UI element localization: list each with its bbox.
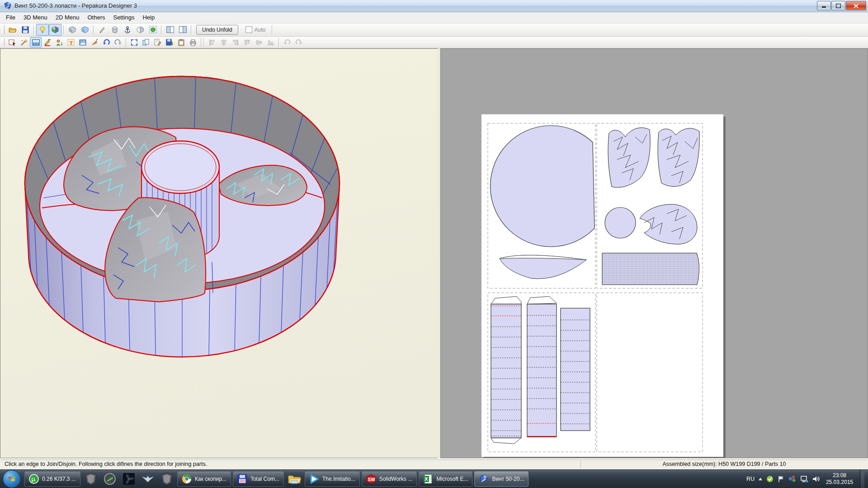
pattern-canvas[interactable] — [481, 114, 723, 457]
text-icon[interactable]: T — [65, 37, 77, 47]
page-edit-icon[interactable] — [152, 37, 164, 47]
rotate-ccw-icon[interactable] — [281, 37, 293, 47]
minimize-button[interactable] — [817, 1, 831, 10]
measure-icon[interactable] — [30, 37, 42, 47]
taskbar-button-solidworks[interactable]: SW SolidWorks ... — [362, 471, 417, 487]
print-icon[interactable] — [187, 37, 199, 47]
piece-ring-strip-2[interactable] — [527, 296, 557, 437]
antivirus-tray-icon[interactable] — [766, 475, 774, 483]
piece-blade-1[interactable] — [608, 128, 650, 188]
3d-model-canvas[interactable] — [0, 49, 438, 458]
pane-both-icon[interactable] — [164, 24, 176, 36]
start-button[interactable] — [3, 470, 21, 488]
taskbar-button-total-commander[interactable]: Total Com... — [233, 471, 284, 487]
pepakura-label: Винт 50-20... — [492, 476, 524, 482]
taskbar-button-player[interactable]: The.Imitatio... — [305, 471, 360, 487]
anchor-icon[interactable] — [121, 24, 134, 36]
piece-duct-floor-disc[interactable] — [491, 126, 594, 247]
wot-shield-icon[interactable] — [82, 471, 100, 487]
light-toggle-icon[interactable] — [36, 24, 49, 36]
select-cube-icon[interactable] — [146, 24, 159, 36]
bluetooth-devices-icon[interactable] — [788, 475, 796, 483]
align-top-icon[interactable] — [241, 37, 253, 47]
auto-checkbox[interactable] — [245, 26, 252, 33]
excel-icon: X — [423, 474, 433, 484]
taskbar-button-chrome[interactable]: Как скопир... — [177, 471, 231, 487]
piece-crescent[interactable] — [500, 255, 586, 279]
volume-icon[interactable] — [812, 475, 820, 483]
pages-icon[interactable] — [140, 37, 152, 47]
media-player-icon — [309, 474, 319, 484]
piece-hub-top-disc[interactable] — [605, 207, 636, 238]
menu-3d[interactable]: 3D Menu — [19, 13, 52, 22]
excel-label: Microsoft E... — [436, 476, 468, 482]
align-middle-h-icon[interactable] — [253, 37, 265, 47]
piece-ring-strip-1[interactable] — [491, 296, 521, 444]
2d-pattern-view[interactable] — [440, 48, 868, 458]
action-center-flag-icon[interactable] — [778, 475, 784, 483]
save-icon[interactable] — [19, 24, 32, 36]
taskbar-button-excel[interactable]: X Microsoft E... — [419, 471, 472, 487]
clock-date: 25.03.2015 — [826, 479, 853, 486]
piece-blade-3[interactable] — [640, 204, 697, 244]
taskbar-button-pepakura[interactable]: Винт 50-20... — [474, 471, 528, 487]
pattern-page[interactable] — [481, 114, 723, 457]
join-wand-icon[interactable] — [18, 37, 30, 47]
taskbar-button-utorrent[interactable]: µ 0.26 K/37.3 ... — [24, 471, 80, 487]
align-left-icon[interactable] — [206, 37, 218, 47]
auto-label: Auto — [255, 27, 266, 33]
cylinder-icon[interactable] — [108, 24, 121, 36]
box-gray-icon[interactable] — [66, 24, 79, 36]
export-icon[interactable] — [164, 37, 175, 47]
flap-icon[interactable] — [89, 37, 100, 47]
box-blue-icon[interactable] — [79, 24, 91, 36]
piece-blade-2[interactable] — [658, 128, 699, 187]
rotate-left-icon[interactable] — [100, 37, 112, 47]
network-icon[interactable] — [800, 475, 808, 483]
menu-settings[interactable]: Settings — [109, 13, 138, 22]
svg-text:1: 1 — [61, 42, 63, 46]
explorer-folder-icon[interactable] — [285, 471, 303, 487]
titlebar[interactable]: Винт 50-200-3 лопасти - Pepakura Designe… — [0, 0, 868, 12]
align-center-v-icon[interactable] — [218, 37, 230, 47]
clock[interactable]: 23:08 25.03.2015 — [826, 472, 853, 486]
wings-icon[interactable] — [139, 471, 157, 487]
mirror-icon[interactable] — [134, 24, 146, 36]
corner-select-icon[interactable] — [128, 37, 140, 47]
menu-2d[interactable]: 2D Menu — [52, 13, 84, 22]
pen-icon[interactable] — [96, 24, 108, 36]
menu-help[interactable]: Help — [138, 13, 159, 22]
statusbar: Click an edge to Join/Disjoin. Following… — [0, 458, 868, 469]
align-right-icon[interactable] — [230, 37, 241, 47]
undo-unfold-button[interactable]: Undo Unfold — [196, 25, 238, 35]
order-icon[interactable]: 1 — [53, 37, 65, 47]
fan-icon[interactable] — [120, 471, 138, 487]
pane-right-icon[interactable] — [176, 24, 189, 36]
utorrent-icon: µ — [29, 474, 39, 484]
toolbar-grip — [2, 25, 5, 34]
assembled-size: Assembled size(mm): H50 W199 D199 / Part… — [582, 460, 867, 469]
edge-color-icon[interactable] — [42, 37, 53, 47]
wot-shield-2-icon[interactable] — [158, 471, 176, 487]
language-indicator[interactable]: RU — [746, 476, 755, 482]
rotate-right-icon[interactable] — [112, 37, 124, 47]
clipboard-icon[interactable] — [175, 37, 187, 47]
system-tray: RU 23:08 25.03.2015 — [746, 470, 868, 488]
zona-icon[interactable] — [101, 471, 119, 487]
close-button[interactable] — [846, 1, 866, 10]
piece-ring-strip-3[interactable] — [561, 308, 590, 431]
align-bottom-icon[interactable] — [265, 37, 277, 47]
show-desktop-button[interactable] — [860, 470, 864, 488]
menu-file[interactable]: File — [2, 13, 19, 22]
piece-hub-wall[interactable] — [602, 253, 699, 285]
maximize-button[interactable] — [831, 1, 845, 10]
open-folder-icon[interactable] — [6, 24, 19, 36]
clock-time: 23:08 — [826, 472, 853, 479]
image-icon[interactable] — [77, 37, 89, 47]
select-part-icon[interactable] — [6, 37, 18, 47]
texture-toggle-icon[interactable] — [49, 24, 61, 36]
show-hidden-icons[interactable] — [759, 478, 762, 480]
menu-others[interactable]: Others — [83, 13, 109, 22]
3d-model-view[interactable] — [0, 48, 438, 458]
rotate-cw-icon[interactable] — [293, 37, 305, 47]
